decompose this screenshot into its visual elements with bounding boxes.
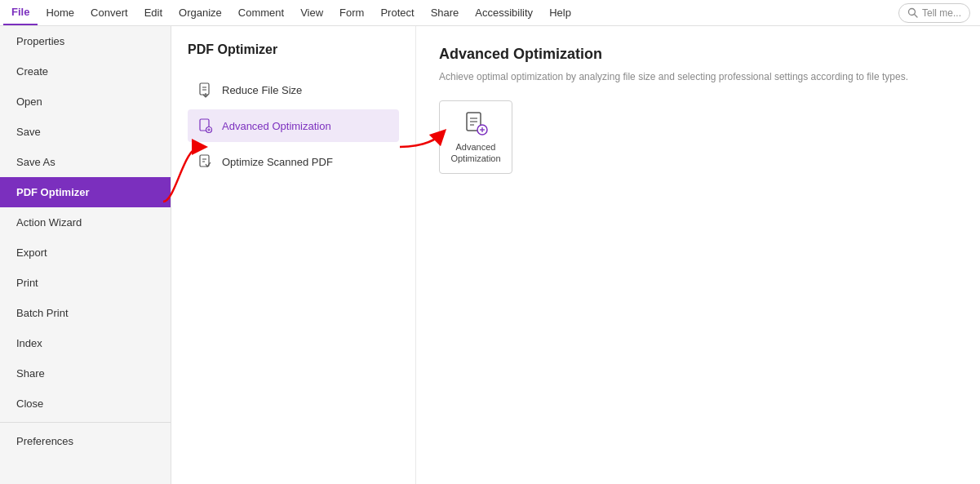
sidebar-item-create[interactable]: Create	[0, 56, 171, 87]
svg-point-0	[908, 9, 915, 16]
menu-item-help[interactable]: Help	[541, 0, 579, 25]
search-icon	[907, 7, 918, 18]
optimizer-item-reduce-file-size[interactable]: Reduce File Size	[188, 73, 399, 106]
optimizer-item-advanced-optimization[interactable]: Advanced Optimization	[188, 109, 399, 142]
advanced-optimization-card-icon	[463, 110, 489, 136]
sidebar-item-open[interactable]: Open	[0, 87, 171, 117]
menu-item-share[interactable]: Share	[423, 0, 468, 25]
sidebar-item-save-as[interactable]: Save As	[0, 147, 171, 177]
optimizer-item-advanced-label: Advanced Optimization	[222, 120, 331, 132]
sidebar-item-index[interactable]: Index	[0, 328, 171, 358]
sidebar-item-preferences[interactable]: Preferences	[0, 426, 171, 456]
sidebar-item-properties[interactable]: Properties	[0, 26, 171, 56]
menu-item-view[interactable]: View	[292, 0, 331, 25]
reduce-file-size-icon	[197, 82, 214, 98]
card-grid: Advanced Optimization	[439, 100, 957, 174]
sidebar: Properties Create Open Save Save As PDF …	[0, 26, 171, 484]
optimizer-item-optimize-scanned-pdf[interactable]: Optimize Scanned PDF	[188, 145, 399, 178]
sidebar-item-pdf-optimizer[interactable]: PDF Optimizer	[0, 177, 171, 207]
svg-line-1	[915, 15, 917, 17]
menu-item-form[interactable]: Form	[331, 0, 372, 25]
sidebar-item-export[interactable]: Export	[0, 238, 171, 268]
advanced-optimization-menu-icon	[197, 118, 214, 134]
sidebar-divider	[0, 422, 171, 423]
sidebar-item-close[interactable]: Close	[0, 389, 171, 419]
menu-bar: File Home Convert Edit Organize Comment …	[0, 0, 980, 26]
detail-panel: Advanced Optimization Achieve optimal op…	[416, 26, 980, 484]
main-layout: Properties Create Open Save Save As PDF …	[0, 26, 980, 484]
menu-item-protect[interactable]: Protect	[372, 0, 422, 25]
feature-card-advanced-optimization[interactable]: Advanced Optimization	[439, 100, 512, 174]
tell-me-label: Tell me...	[922, 7, 961, 19]
svg-rect-2	[200, 83, 209, 95]
optimizer-item-scanned-label: Optimize Scanned PDF	[222, 156, 333, 168]
menu-item-organize[interactable]: Organize	[171, 0, 230, 25]
optimizer-item-reduce-label: Reduce File Size	[222, 84, 302, 96]
menu-item-file[interactable]: File	[3, 0, 38, 25]
detail-panel-description: Achieve optimal optimization by analyzin…	[439, 69, 957, 84]
svg-rect-10	[200, 155, 209, 167]
middle-panel-title: PDF Optimizer	[188, 42, 399, 57]
sidebar-item-batch-print[interactable]: Batch Print	[0, 298, 171, 328]
sidebar-item-print[interactable]: Print	[0, 268, 171, 298]
menu-item-comment[interactable]: Comment	[230, 0, 292, 25]
menu-item-convert[interactable]: Convert	[82, 0, 136, 25]
menu-item-accessibility[interactable]: Accessibility	[467, 0, 541, 25]
tell-me-search[interactable]: Tell me...	[898, 3, 970, 23]
optimize-scanned-pdf-icon	[197, 153, 214, 170]
menu-item-edit[interactable]: Edit	[136, 0, 171, 25]
detail-panel-title: Advanced Optimization	[439, 46, 957, 63]
middle-panel: PDF Optimizer Reduce File Size	[171, 26, 416, 484]
sidebar-item-action-wizard[interactable]: Action Wizard	[0, 207, 171, 238]
feature-card-label: Advanced Optimization	[446, 141, 505, 165]
menu-item-home[interactable]: Home	[38, 0, 82, 25]
sidebar-item-share[interactable]: Share	[0, 358, 171, 389]
sidebar-item-save[interactable]: Save	[0, 117, 171, 147]
